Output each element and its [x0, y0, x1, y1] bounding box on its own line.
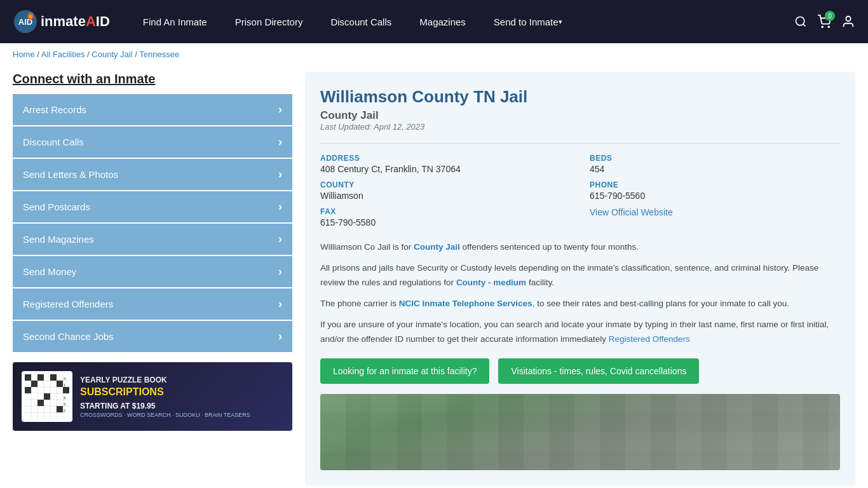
- logo-icon: AID: [13, 9, 38, 34]
- breadcrumb-county-jail[interactable]: County Jail: [92, 50, 132, 59]
- svg-point-5: [822, 26, 823, 27]
- registered-offenders-link[interactable]: Registered Offenders: [609, 334, 690, 344]
- nav-magazines[interactable]: Magazines: [405, 0, 480, 43]
- county-value: Williamson: [320, 191, 571, 201]
- svg-rect-30: [57, 406, 63, 412]
- search-icon: [794, 15, 807, 28]
- cart-button[interactable]: 0: [817, 15, 831, 29]
- fax-cell: FAX 615-790-5580: [320, 207, 571, 227]
- facility-type: County Jail: [320, 109, 840, 122]
- beds-cell: BEDS 454: [590, 154, 840, 174]
- user-button[interactable]: [841, 15, 855, 29]
- action-buttons: Looking for an inmate at this facility? …: [320, 358, 840, 384]
- logo-text: inmateAID: [41, 13, 110, 30]
- county-medium-link[interactable]: County - medium: [456, 278, 526, 287]
- phone-label: PHONE: [590, 180, 840, 189]
- arrow-icon: ›: [278, 168, 282, 181]
- svg-rect-23: [50, 374, 57, 381]
- phone-value: 615-790-5560: [590, 191, 840, 201]
- sidebar: Connect with an Inmate Arrest Records › …: [13, 72, 292, 485]
- svg-rect-29: [37, 400, 44, 406]
- beds-value: 454: [590, 164, 840, 174]
- ad-banner[interactable]: 4 1 9 5 2 YEARLY PUZZLE BOOK SUBSCRIPTIO…: [13, 362, 292, 431]
- fax-label: FAX: [320, 207, 571, 216]
- arrow-icon: ›: [278, 330, 282, 343]
- arrow-icon: ›: [278, 297, 282, 311]
- address-cell: ADDRESS 408 Century Ct, Franklin, TN 370…: [320, 154, 571, 174]
- desc-para-1: Williamson Co Jail is for County Jail of…: [320, 240, 840, 255]
- sidebar-item-send-magazines[interactable]: Send Magazines ›: [13, 224, 292, 255]
- phone-cell: PHONE 615-790-5560: [590, 180, 840, 201]
- county-label: COUNTY: [320, 180, 571, 189]
- aerial-image: [320, 394, 840, 470]
- content-area: Williamson County TN Jail County Jail La…: [305, 72, 855, 485]
- search-button[interactable]: [794, 15, 807, 28]
- cart-badge: 0: [825, 11, 835, 21]
- user-icon: [841, 15, 855, 29]
- facility-title: Williamson County TN Jail: [320, 87, 840, 107]
- sidebar-item-registered-offenders[interactable]: Registered Offenders ›: [13, 288, 292, 320]
- description: Williamson Co Jail is for County Jail of…: [320, 240, 840, 347]
- website-link[interactable]: View Official Website: [590, 207, 673, 217]
- svg-rect-22: [37, 374, 44, 381]
- svg-rect-25: [57, 381, 63, 387]
- arrow-icon: ›: [278, 265, 282, 278]
- county-cell: COUNTY Williamson: [320, 180, 571, 201]
- fax-value: 615-790-5580: [320, 217, 571, 227]
- svg-point-3: [29, 15, 32, 18]
- address-value: 408 Century Ct, Franklin, TN 37064: [320, 164, 571, 174]
- beds-label: BEDS: [590, 154, 840, 163]
- sidebar-item-discount-calls[interactable]: Discount Calls ›: [13, 126, 292, 158]
- aerial-image-inner: [320, 394, 840, 470]
- nav-send-to-inmate[interactable]: Send to Inmate: [480, 0, 576, 43]
- county-jail-link[interactable]: County Jail: [414, 242, 460, 252]
- site-header: AID inmateAID Find An Inmate Prison Dire…: [0, 0, 868, 43]
- find-inmate-button[interactable]: Looking for an inmate at this facility?: [320, 358, 489, 384]
- arrow-icon: ›: [278, 135, 282, 149]
- info-grid: ADDRESS 408 Century Ct, Franklin, TN 370…: [320, 143, 840, 227]
- desc-para-3: The phone carrier is NCIC Inmate Telepho…: [320, 297, 840, 311]
- ad-puzzle-image: 4 1 9 5 2: [22, 371, 72, 422]
- breadcrumb-home[interactable]: Home: [13, 50, 35, 59]
- main-container: Connect with an Inmate Arrest Records › …: [0, 65, 868, 488]
- visitations-button[interactable]: Visitations - times, rules, Covid cancel…: [498, 358, 699, 384]
- svg-point-4: [796, 17, 804, 25]
- breadcrumb-all-facilities[interactable]: All Facilities: [41, 50, 85, 59]
- breadcrumb-tennessee[interactable]: Tennessee: [139, 50, 179, 59]
- nav-discount-calls[interactable]: Discount Calls: [316, 0, 405, 43]
- sidebar-item-second-chance-jobs[interactable]: Second Chance Jobs ›: [13, 321, 292, 352]
- nav-icons: 0: [794, 15, 855, 29]
- facility-updated: Last Updated: April 12, 2023: [320, 122, 840, 132]
- arrow-icon: ›: [278, 200, 282, 214]
- sidebar-title: Connect with an Inmate: [13, 72, 292, 86]
- svg-rect-28: [63, 387, 69, 393]
- sidebar-menu: Arrest Records › Discount Calls › Send L…: [13, 94, 292, 352]
- sidebar-item-arrest-records[interactable]: Arrest Records ›: [13, 94, 292, 125]
- svg-rect-24: [31, 381, 37, 387]
- arrow-icon: ›: [278, 233, 282, 246]
- svg-rect-21: [25, 374, 31, 381]
- svg-rect-26: [25, 387, 31, 393]
- nav-prison-directory[interactable]: Prison Directory: [221, 0, 317, 43]
- svg-point-7: [846, 17, 850, 21]
- breadcrumb: Home / All Facilities / County Jail / Te…: [0, 43, 868, 65]
- sidebar-item-send-money[interactable]: Send Money ›: [13, 256, 292, 287]
- nav-find-inmate[interactable]: Find An Inmate: [129, 0, 221, 43]
- svg-point-6: [828, 26, 829, 27]
- arrow-icon: ›: [278, 103, 282, 116]
- sidebar-item-send-letters[interactable]: Send Letters & Photos ›: [13, 159, 292, 190]
- ad-price: STARTING AT $19.95: [80, 402, 283, 410]
- main-nav: Find An Inmate Prison Directory Discount…: [129, 0, 794, 43]
- sidebar-item-send-postcards[interactable]: Send Postcards ›: [13, 191, 292, 222]
- desc-para-4: If you are unsure of your inmate's locat…: [320, 318, 840, 347]
- address-label: ADDRESS: [320, 154, 571, 163]
- ad-text: YEARLY PUZZLE BOOK SUBSCRIPTIONS STARTIN…: [80, 375, 283, 418]
- website-cell: View Official Website: [590, 207, 840, 227]
- svg-rect-27: [44, 393, 50, 400]
- desc-para-2: All prisons and jails have Security or C…: [320, 261, 840, 290]
- ncic-link[interactable]: NCIC Inmate Telephone Services: [399, 299, 532, 308]
- logo-area[interactable]: AID inmateAID: [13, 9, 110, 34]
- ad-types: CROSSWORDS · WORD SEARCH · SUDOKU · BRAI…: [80, 412, 283, 418]
